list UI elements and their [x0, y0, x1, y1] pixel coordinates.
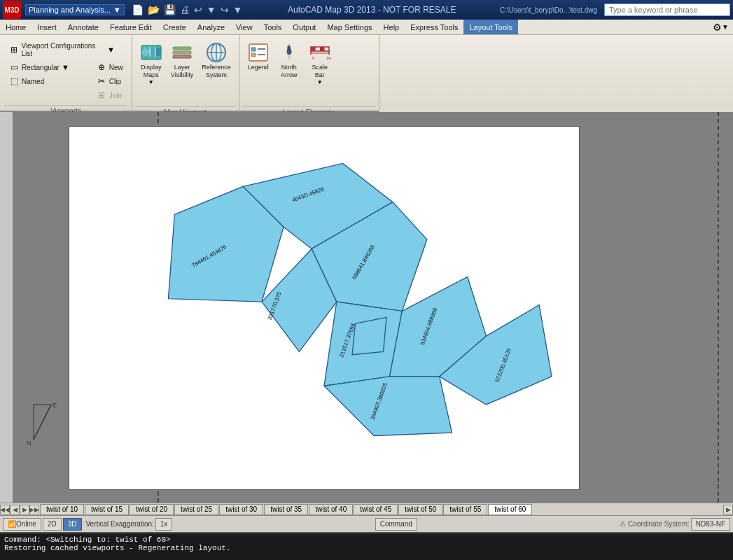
- command-line: Command: <Switching to: twist of 60> Res…: [0, 532, 733, 560]
- tab-twist25[interactable]: twist of 25: [174, 504, 218, 515]
- wifi-icon: 📶: [8, 520, 16, 528]
- tab-twist40[interactable]: twist of 40: [309, 504, 353, 515]
- vert-value-btn[interactable]: 1x: [155, 518, 173, 531]
- layer-visibility-btn[interactable]: LayerVisibility: [167, 39, 197, 81]
- workspace-dropdown[interactable]: ▼: [722, 23, 729, 31]
- viewport-icon: ⊞: [8, 44, 19, 55]
- tabs-bar: ◀◀ ◀ ▶ ▶▶ twist of 10 twist of 15 twist …: [0, 503, 733, 515]
- new-btn[interactable]: ⊕ New: [93, 60, 126, 74]
- rectangular-icon: ▭: [8, 62, 20, 73]
- redo-dropdown-icon[interactable]: ▼: [232, 4, 244, 15]
- tab-twist55[interactable]: twist of 55: [443, 504, 487, 515]
- tab-twist10[interactable]: twist of 10: [40, 504, 84, 515]
- coord-value-btn[interactable]: ND83-NF: [691, 518, 730, 531]
- scroll-first-btn[interactable]: ◀◀: [0, 505, 10, 514]
- 2d-btn[interactable]: 2D: [43, 518, 62, 531]
- new-icon[interactable]: 📄: [130, 4, 145, 15]
- viewport-config-list-btn[interactable]: ⊞ Viewport Configurations List ▼: [6, 41, 118, 59]
- file-path: C:\Users\t_boryp\Do...\test.dwg: [500, 6, 597, 14]
- workspace-icon[interactable]: ⚙: [713, 22, 722, 33]
- menu-layout-tools[interactable]: Layout Tools: [463, 20, 518, 34]
- menu-output[interactable]: Output: [287, 20, 321, 34]
- tab-twist35[interactable]: twist of 35: [264, 504, 308, 515]
- clip-btn[interactable]: ✂ Clip: [93, 74, 126, 88]
- svg-rect-24: [320, 47, 325, 51]
- new-icon2: ⊕: [96, 62, 107, 73]
- title-bar: M3D Planning and Analysis... ▼ 📄 📂 💾 🖨 ↩…: [0, 0, 733, 20]
- tab-twist50[interactable]: twist of 50: [398, 504, 442, 515]
- svg-rect-8: [173, 55, 191, 58]
- svg-rect-14: [251, 48, 256, 51]
- svg-rect-23: [311, 47, 316, 51]
- scroll-last-btn[interactable]: ▶▶: [29, 505, 39, 514]
- search-input[interactable]: [604, 4, 730, 16]
- viewport-config-arrow: ▼: [107, 46, 115, 54]
- display-maps-btn[interactable]: DisplayMaps ▼: [137, 39, 166, 88]
- svg-line-47: [34, 405, 51, 440]
- display-maps-label: DisplayMaps: [141, 64, 162, 79]
- scroll-prev-btn[interactable]: ◀: [10, 505, 20, 514]
- scroll-next-btn[interactable]: ▶: [20, 505, 29, 514]
- tab-twist20[interactable]: twist of 20: [130, 504, 174, 515]
- scale-bar-icon: 0 1km: [309, 41, 331, 64]
- menu-feature-edit[interactable]: Feature Edit: [104, 20, 158, 34]
- menu-create[interactable]: Create: [158, 20, 192, 34]
- scale-bar-label: ScaleBar: [312, 64, 328, 79]
- online-btn[interactable]: 📶 Online: [3, 518, 41, 531]
- map-viewport-buttons: DisplayMaps ▼ LayerVisibility: [135, 36, 236, 106]
- menu-express-tools[interactable]: Express Tools: [405, 20, 463, 34]
- redo-icon[interactable]: ↪: [219, 4, 230, 15]
- menu-help[interactable]: Help: [378, 20, 405, 34]
- undo-icon[interactable]: ↩: [193, 4, 204, 15]
- print-icon[interactable]: 🖨: [179, 4, 191, 15]
- menu-insert[interactable]: Insert: [32, 20, 62, 34]
- layer-visibility-label: LayerVisibility: [171, 64, 193, 79]
- named-btn[interactable]: ⬚ Named: [6, 74, 72, 88]
- ribbon-group-layout-elements: Legend N NorthArrow: [239, 35, 379, 119]
- scale-bar-arrow: ▼: [317, 79, 323, 85]
- tab-twist60[interactable]: twist of 60: [488, 504, 532, 515]
- undo-dropdown-icon[interactable]: ▼: [205, 4, 218, 15]
- status-bar: 📶 Online 2D 3D Vertical Exaggeration: 1x…: [0, 515, 733, 532]
- join-btn[interactable]: ⊞ Join: [93, 88, 126, 102]
- menu-view[interactable]: View: [230, 20, 258, 34]
- north-arrow-icon: N: [278, 41, 300, 64]
- canvas-container[interactable]: .map-poly { fill: #7dcce8; stroke: #2a5a…: [13, 112, 733, 503]
- tab-twist45[interactable]: twist of 45: [354, 504, 398, 515]
- svg-rect-6: [173, 47, 191, 50]
- app-icon: M3D: [3, 1, 21, 19]
- menu-analyze[interactable]: Analyze: [192, 20, 230, 34]
- ribbon-group-viewports: ⊞ Viewport Configurations List ▼ ▭ Recta…: [0, 35, 132, 119]
- left-nav: [0, 112, 13, 503]
- save-icon[interactable]: 💾: [162, 4, 177, 15]
- svg-rect-13: [249, 44, 267, 61]
- menu-map-settings[interactable]: Map Settings: [321, 20, 377, 34]
- scroll-right-btn[interactable]: ▶: [723, 505, 733, 514]
- legend-btn[interactable]: Legend: [244, 39, 273, 74]
- menu-annotate[interactable]: Annotate: [62, 20, 104, 34]
- rectangular-btn[interactable]: ▭ Rectangular ▼: [6, 60, 72, 74]
- tab-twist15[interactable]: twist of 15: [85, 504, 129, 515]
- north-arrow-btn[interactable]: N NorthArrow: [274, 39, 304, 81]
- clip-icon: ✂: [96, 76, 107, 87]
- scale-bar-btn[interactable]: 0 1km ScaleBar ▼: [305, 39, 335, 88]
- ribbon-group-map-viewport: DisplayMaps ▼ LayerVisibility: [132, 35, 239, 119]
- vert-exag-label: Vertical Exaggeration:: [86, 520, 154, 528]
- ribbon-content: ⊞ Viewport Configurations List ▼ ▭ Recta…: [0, 35, 733, 119]
- reference-system-icon: [205, 41, 228, 64]
- 3d-btn[interactable]: 3D: [63, 518, 82, 531]
- join-icon: ⊞: [96, 90, 107, 101]
- new-label: New: [109, 64, 123, 71]
- command-btn[interactable]: Command: [375, 518, 417, 531]
- svg-rect-15: [251, 53, 256, 57]
- tab-twist30[interactable]: twist of 30: [219, 504, 263, 515]
- warning-icon: ⚠: [620, 520, 626, 528]
- ribbon: ⊞ Viewport Configurations List ▼ ▭ Recta…: [0, 35, 733, 112]
- menu-home[interactable]: Home: [0, 20, 32, 34]
- compass: N E: [23, 398, 62, 447]
- layout-elements-buttons: Legend N NorthArrow: [242, 36, 376, 106]
- open-icon[interactable]: 📂: [146, 4, 161, 15]
- menu-tools[interactable]: Tools: [258, 20, 288, 34]
- plan-dropdown[interactable]: Planning and Analysis... ▼: [25, 4, 125, 15]
- reference-system-btn[interactable]: ReferenceSystem: [198, 39, 235, 81]
